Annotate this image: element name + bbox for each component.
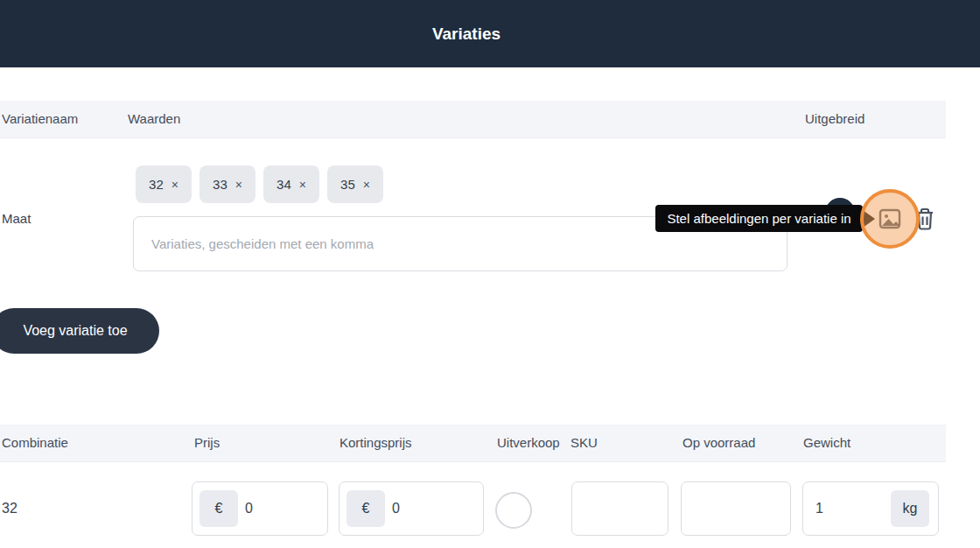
col-waarden: Waarden xyxy=(128,101,180,137)
combinations-table-header: Combinatie Prijs Kortingsprijs Uitverkoo… xyxy=(0,425,946,462)
set-variation-images-button[interactable] xyxy=(878,207,902,231)
price-field: € xyxy=(192,481,328,536)
tag-35: 35 × xyxy=(327,165,383,203)
col-uitgebreid: Uitgebreid xyxy=(805,101,864,137)
tag-label: 33 xyxy=(213,177,228,192)
tag-list: 32 × 33 × 34 × 35 × xyxy=(136,165,383,203)
page-title: Variaties xyxy=(0,0,933,67)
variation-name-label: Maat xyxy=(2,211,31,226)
page-header: Variaties xyxy=(0,0,980,67)
weight-input[interactable] xyxy=(816,482,886,535)
col-prijs: Prijs xyxy=(194,425,220,461)
uitverkoop-toggle[interactable] xyxy=(495,492,532,529)
tag-34: 34 × xyxy=(263,165,319,203)
sale-price-field: € xyxy=(339,481,484,536)
trash-icon xyxy=(914,221,936,234)
tag-remove-icon[interactable]: × xyxy=(299,178,306,192)
tag-remove-icon[interactable]: × xyxy=(172,178,178,192)
col-combinatie: Combinatie xyxy=(2,425,68,461)
weight-unit-badge: kg xyxy=(891,490,929,527)
weight-field: kg xyxy=(802,481,939,536)
image-icon xyxy=(878,221,902,234)
sku-input[interactable] xyxy=(571,481,668,536)
price-input[interactable] xyxy=(245,482,322,535)
tag-label: 35 xyxy=(340,177,355,192)
col-uitverkoop: Uitverkoop xyxy=(497,425,560,461)
currency-prefix: € xyxy=(346,490,385,527)
currency-prefix: € xyxy=(200,490,238,527)
stock-input[interactable] xyxy=(681,481,791,536)
variations-table-header: Variatienaam Waarden Uitgebreid xyxy=(0,101,946,138)
tag-remove-icon[interactable]: × xyxy=(235,178,242,192)
tooltip: Stel afbeeldingen per variatie in xyxy=(655,205,863,232)
tooltip-arrow xyxy=(863,210,875,228)
add-variation-button[interactable]: Voeg variatie toe xyxy=(0,308,159,354)
combination-label: 32 xyxy=(2,501,18,516)
sale-price-input[interactable] xyxy=(392,482,478,535)
tag-label: 32 xyxy=(149,177,164,192)
col-gewicht: Gewicht xyxy=(803,425,850,461)
tag-remove-icon[interactable]: × xyxy=(363,178,370,192)
tag-label: 34 xyxy=(276,177,291,192)
col-kortingsprijs: Kortingsprijs xyxy=(340,425,412,461)
col-variatienaam: Variatienaam xyxy=(2,101,78,137)
col-sku: SKU xyxy=(570,425,598,461)
delete-variation-button[interactable] xyxy=(914,207,936,231)
tag-33: 33 × xyxy=(200,165,256,203)
col-op-voorraad: Op voorraad xyxy=(682,425,755,461)
tag-32: 32 × xyxy=(136,165,192,203)
